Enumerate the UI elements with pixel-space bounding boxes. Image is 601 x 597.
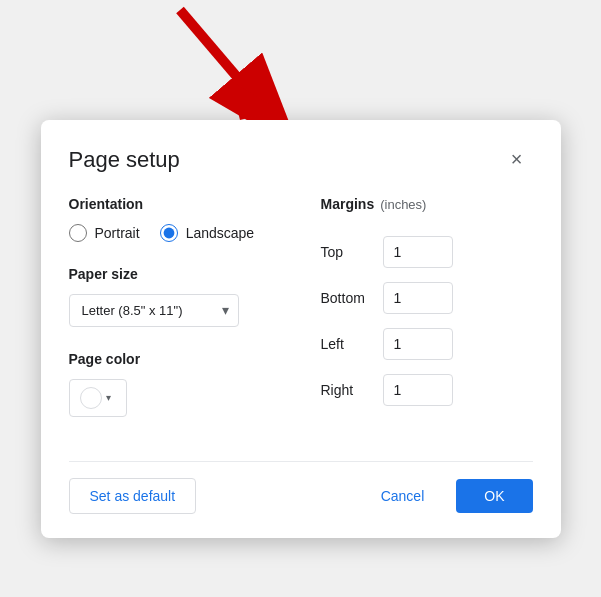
portrait-radio[interactable] [69,224,87,242]
portrait-label: Portrait [95,225,140,241]
orientation-label: Orientation [69,196,281,212]
page-color-label: Page color [69,351,281,367]
landscape-radio[interactable] [160,224,178,242]
paper-size-label: Paper size [69,266,281,282]
page-color-section: Page color ▾ [69,351,281,417]
dialog-title: Page setup [69,147,180,173]
svg-marker-2 [230,80,280,120]
paper-size-select-wrapper: Letter (8.5" x 11") A4 (8.27" x 11.69") … [69,294,239,327]
margin-right-input[interactable] [383,374,453,406]
svg-line-1 [180,10,255,98]
landscape-label: Landscape [186,225,255,241]
page-color-button[interactable]: ▾ [69,379,127,417]
page-setup-dialog: Page setup × Orientation Portrait [41,120,561,538]
portrait-option[interactable]: Portrait [69,224,140,242]
dialog-overlay: Page setup × Orientation Portrait [0,0,601,597]
color-dropdown-icon: ▾ [106,392,111,403]
landscape-option[interactable]: Landscape [160,224,255,242]
margin-bottom-row: Bottom [321,282,533,314]
orientation-options: Portrait Landscape [69,224,281,242]
color-swatch [80,387,102,409]
dialog-footer: Set as default Cancel OK [69,461,533,514]
margin-top-row: Top [321,236,533,268]
margin-bottom-input[interactable] [383,282,453,314]
margin-top-input[interactable] [383,236,453,268]
margin-top-label: Top [321,244,371,260]
margins-header: Margins (inches) [321,196,533,224]
margin-left-label: Left [321,336,371,352]
margin-right-label: Right [321,382,371,398]
annotation-arrow [140,0,300,120]
cancel-button[interactable]: Cancel [361,479,445,513]
dialog-header: Page setup × [69,144,533,176]
margins-label: Margins [321,196,375,212]
set-as-default-button[interactable]: Set as default [69,478,197,514]
close-button[interactable]: × [501,144,533,176]
left-panel: Orientation Portrait Landscape [69,196,281,437]
paper-size-select[interactable]: Letter (8.5" x 11") A4 (8.27" x 11.69") … [69,294,239,327]
margin-bottom-label: Bottom [321,290,371,306]
paper-size-section: Paper size Letter (8.5" x 11") A4 (8.27"… [69,266,281,327]
orientation-section: Orientation Portrait Landscape [69,196,281,242]
margin-right-row: Right [321,374,533,406]
dialog-body: Orientation Portrait Landscape [69,196,533,437]
margin-left-row: Left [321,328,533,360]
margin-left-input[interactable] [383,328,453,360]
margins-unit: (inches) [380,197,426,212]
ok-button[interactable]: OK [456,479,532,513]
right-panel: Margins (inches) Top Bottom Left [321,196,533,437]
